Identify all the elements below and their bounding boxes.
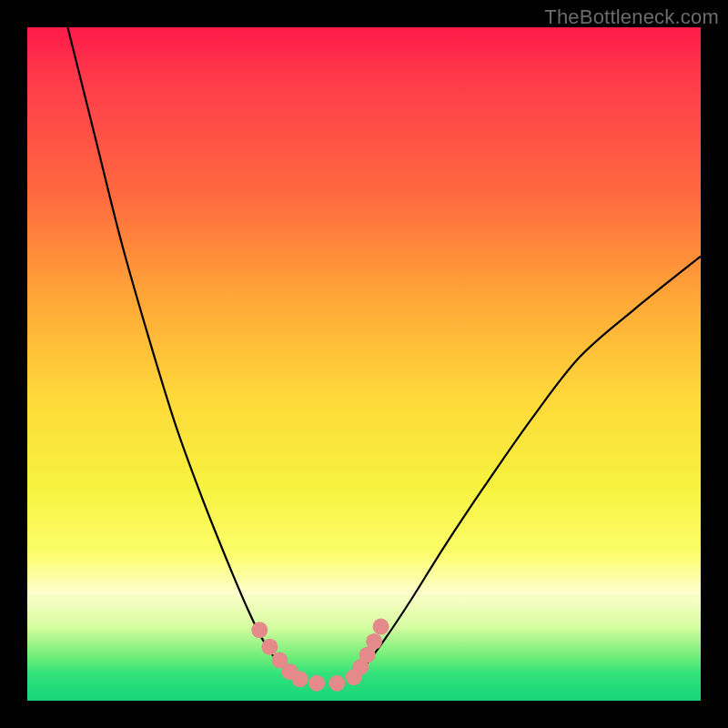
marker-dot [292,671,308,687]
curve-right [350,257,701,681]
marker-dot [366,633,382,650]
marker-dot [308,675,325,692]
chart-plot-area [27,27,701,701]
marker-dot [261,639,278,655]
chart-svg [27,27,701,701]
marker-dot [329,675,345,692]
marker-dot [373,619,389,635]
curve-left [67,27,297,681]
marker-dot [251,622,268,638]
watermark-text: TheBottleneck.com [544,5,719,29]
